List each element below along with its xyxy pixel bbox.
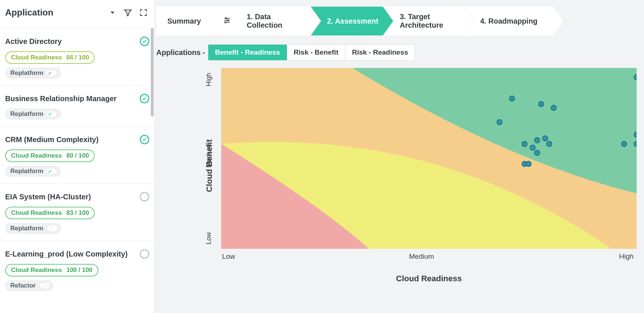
sort-dropdown-icon[interactable] (107, 7, 118, 18)
badge-row: Replatform✓ (5, 109, 149, 120)
application-item[interactable]: Business Relationship ManagerReplatform✓ (0, 85, 154, 126)
x-tick-low: Low (222, 252, 235, 261)
badge-row: Cloud Readiness66 / 100Replatform✓ (5, 51, 149, 79)
strategy-badge: Replatform✓ (5, 68, 61, 79)
strategy-toggle[interactable] (46, 225, 58, 232)
strategy-badge: Refactor (5, 280, 53, 291)
readiness-label: Cloud Readiness (11, 54, 62, 61)
tab-risk-readiness[interactable]: Risk - Readiness (345, 45, 415, 60)
data-point[interactable] (509, 96, 515, 102)
application-name: Active Directory (5, 37, 62, 46)
x-axis-title: Cloud Readiness (221, 274, 637, 283)
cloud-readiness-badge: Cloud Readiness80 / 100 (5, 149, 95, 162)
data-point[interactable] (530, 145, 536, 151)
badge-row: Cloud Readiness83 / 100Replatform (5, 207, 149, 234)
cloud-readiness-badge: Cloud Readiness66 / 100 (5, 51, 95, 64)
data-point[interactable] (526, 161, 532, 167)
settings-icon[interactable] (223, 16, 231, 26)
status-unchecked-icon[interactable] (140, 249, 149, 259)
status-checked-icon[interactable] (140, 37, 149, 46)
strategy-label: Replatform (10, 110, 43, 118)
tab-benefit-readiness[interactable]: Benefit - Readiness (208, 45, 287, 60)
strategy-toggle[interactable]: ✓ (46, 70, 58, 76)
readiness-score: 100 / 100 (66, 266, 93, 274)
data-point[interactable] (621, 141, 627, 147)
chart-tab-prefix: Applications - (156, 48, 205, 57)
strategy-badge: Replatform✓ (5, 109, 61, 120)
data-point[interactable] (534, 150, 540, 156)
application-sidebar: Application Active DirectoryCloud Readin… (0, 0, 155, 313)
data-point[interactable] (534, 137, 540, 143)
data-point[interactable] (522, 141, 528, 147)
application-list: Active DirectoryCloud Readiness66 / 100R… (0, 28, 154, 313)
cloud-readiness-badge: Cloud Readiness100 / 100 (5, 264, 98, 276)
application-item[interactable]: Active DirectoryCloud Readiness66 / 100R… (0, 28, 154, 85)
status-unchecked-icon[interactable] (140, 192, 149, 202)
sidebar-title: Application (5, 7, 103, 18)
chart-container: Cloud Benefit Low Medium High Low Medium… (155, 68, 644, 313)
chart-tab-row: Applications - Benefit - Readiness Risk … (155, 44, 644, 61)
strategy-label: Replatform (10, 225, 43, 232)
strategy-label: Replatform (10, 168, 43, 175)
zone-background (221, 68, 637, 249)
readiness-label: Cloud Readiness (11, 152, 62, 159)
step-roadmapping[interactable]: 4. Roadmapping (464, 7, 564, 35)
cloud-readiness-badge: Cloud Readiness83 / 100 (5, 207, 95, 219)
readiness-label: Cloud Readiness (11, 266, 62, 274)
data-point[interactable] (546, 141, 552, 147)
workflow-stepper: Summary 1. Data Collection 2. Assessment… (155, 7, 644, 35)
strategy-label: Replatform (10, 69, 43, 77)
strategy-label: Refactor (10, 282, 36, 289)
data-point[interactable] (497, 119, 502, 125)
chart-area: Cloud Benefit Low Medium High Low Medium… (206, 68, 637, 264)
sidebar-header: Application (0, 0, 154, 28)
strategy-toggle[interactable]: ✓ (46, 111, 58, 117)
data-point[interactable] (538, 101, 544, 107)
data-point[interactable] (542, 135, 548, 141)
main-content: Summary 1. Data Collection 2. Assessment… (155, 0, 644, 313)
application-item[interactable]: E-Learning_prod (Low Complexity)Cloud Re… (0, 241, 154, 298)
application-name: CRM (Medium Complexity) (5, 135, 98, 144)
filter-icon[interactable] (122, 7, 134, 18)
strategy-badge: Replatform✓ (5, 166, 61, 177)
y-tick-medium: Medium (205, 144, 213, 168)
strategy-badge: Replatform (5, 223, 61, 234)
y-tick-low: Low (205, 232, 213, 244)
expand-icon[interactable] (137, 7, 149, 18)
step-data-collection[interactable]: 1. Data Collection (230, 7, 320, 35)
step-summary[interactable]: Summary (156, 7, 240, 35)
strategy-toggle[interactable]: ✓ (46, 168, 58, 175)
badge-row: Cloud Readiness80 / 100Replatform✓ (5, 149, 149, 177)
application-item[interactable]: CRM (Medium Complexity)Cloud Readiness80… (0, 126, 154, 183)
x-tick-high: High (619, 252, 633, 261)
step-label: 3. Target Architecture (400, 13, 459, 30)
readiness-label: Cloud Readiness (11, 209, 62, 217)
status-checked-icon[interactable] (140, 135, 149, 144)
application-name: Business Relationship Manager (5, 94, 116, 103)
svg-point-3 (227, 20, 229, 21)
strategy-toggle[interactable] (39, 282, 50, 289)
step-assessment[interactable]: 2. Assessment (311, 7, 393, 35)
badge-row: Cloud Readiness100 / 100Refactor (5, 264, 149, 291)
readiness-score: 80 / 100 (66, 152, 89, 159)
step-label: 4. Roadmapping (480, 17, 538, 25)
svg-point-1 (226, 17, 227, 19)
x-tick-medium: Medium (409, 252, 434, 261)
svg-point-5 (225, 21, 226, 23)
step-label: 1. Data Collection (247, 13, 306, 30)
chart-tabset: Benefit - Readiness Risk - Benefit Risk … (208, 44, 415, 61)
readiness-score: 66 / 100 (66, 54, 89, 61)
data-point[interactable] (551, 105, 557, 111)
application-name: EIA System (HA-Cluster) (5, 193, 91, 201)
y-tick-high: High (205, 73, 213, 86)
readiness-score: 83 / 100 (66, 209, 89, 217)
application-item[interactable]: EIA System (HA-Cluster)Cloud Readiness83… (0, 183, 154, 241)
status-checked-icon[interactable] (140, 94, 149, 103)
step-label: 2. Assessment (327, 17, 378, 25)
sidebar-scrollbar[interactable] (151, 28, 154, 117)
step-target-architecture[interactable]: 3. Target Architecture (384, 7, 474, 35)
step-summary-label: Summary (167, 17, 201, 25)
scatter-plot[interactable] (221, 68, 637, 249)
tab-risk-benefit[interactable]: Risk - Benefit (287, 45, 345, 60)
application-name: E-Learning_prod (Low Complexity) (5, 250, 128, 258)
